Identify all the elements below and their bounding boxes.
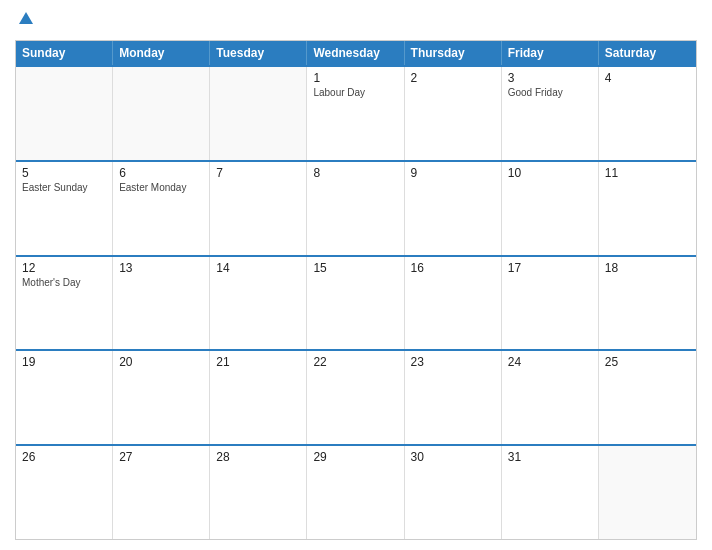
day-number: 6 xyxy=(119,166,203,180)
cal-cell: 27 xyxy=(113,446,210,539)
cal-week-5: 262728293031 xyxy=(16,444,696,539)
day-number: 15 xyxy=(313,261,397,275)
cal-cell xyxy=(210,67,307,160)
day-number: 4 xyxy=(605,71,690,85)
day-number: 10 xyxy=(508,166,592,180)
cal-cell: 12Mother's Day xyxy=(16,257,113,350)
day-number: 19 xyxy=(22,355,106,369)
cal-cell: 17 xyxy=(502,257,599,350)
day-number: 28 xyxy=(216,450,300,464)
cal-cell: 19 xyxy=(16,351,113,444)
day-number: 21 xyxy=(216,355,300,369)
cal-cell: 4 xyxy=(599,67,696,160)
cal-cell: 30 xyxy=(405,446,502,539)
cal-cell: 22 xyxy=(307,351,404,444)
cal-cell: 24 xyxy=(502,351,599,444)
cal-cell xyxy=(16,67,113,160)
day-number: 23 xyxy=(411,355,495,369)
day-number: 11 xyxy=(605,166,690,180)
cal-cell: 7 xyxy=(210,162,307,255)
cal-cell: 11 xyxy=(599,162,696,255)
cal-header-friday: Friday xyxy=(502,41,599,65)
day-number: 12 xyxy=(22,261,106,275)
day-event: Labour Day xyxy=(313,87,397,98)
day-number: 3 xyxy=(508,71,592,85)
cal-cell: 26 xyxy=(16,446,113,539)
cal-cell: 15 xyxy=(307,257,404,350)
day-number: 22 xyxy=(313,355,397,369)
day-number: 7 xyxy=(216,166,300,180)
cal-cell: 18 xyxy=(599,257,696,350)
day-number: 26 xyxy=(22,450,106,464)
cal-week-3: 12Mother's Day131415161718 xyxy=(16,255,696,350)
day-number: 24 xyxy=(508,355,592,369)
day-number: 27 xyxy=(119,450,203,464)
day-number: 1 xyxy=(313,71,397,85)
cal-cell xyxy=(599,446,696,539)
cal-cell: 21 xyxy=(210,351,307,444)
cal-cell: 10 xyxy=(502,162,599,255)
logo xyxy=(15,10,35,32)
cal-header-sunday: Sunday xyxy=(16,41,113,65)
day-number: 2 xyxy=(411,71,495,85)
day-event: Mother's Day xyxy=(22,277,106,288)
svg-marker-0 xyxy=(19,12,33,24)
day-number: 5 xyxy=(22,166,106,180)
cal-week-1: 1Labour Day23Good Friday4 xyxy=(16,65,696,160)
page: SundayMondayTuesdayWednesdayThursdayFrid… xyxy=(0,0,712,550)
cal-cell: 6Easter Monday xyxy=(113,162,210,255)
cal-cell: 16 xyxy=(405,257,502,350)
cal-header-wednesday: Wednesday xyxy=(307,41,404,65)
day-number: 9 xyxy=(411,166,495,180)
cal-cell: 14 xyxy=(210,257,307,350)
day-number: 17 xyxy=(508,261,592,275)
cal-header-saturday: Saturday xyxy=(599,41,696,65)
calendar: SundayMondayTuesdayWednesdayThursdayFrid… xyxy=(15,40,697,540)
day-number: 25 xyxy=(605,355,690,369)
cal-header-monday: Monday xyxy=(113,41,210,65)
cal-header-thursday: Thursday xyxy=(405,41,502,65)
day-number: 31 xyxy=(508,450,592,464)
cal-cell: 2 xyxy=(405,67,502,160)
day-number: 20 xyxy=(119,355,203,369)
calendar-header-row: SundayMondayTuesdayWednesdayThursdayFrid… xyxy=(16,41,696,65)
day-number: 29 xyxy=(313,450,397,464)
day-number: 8 xyxy=(313,166,397,180)
cal-cell: 1Labour Day xyxy=(307,67,404,160)
day-number: 13 xyxy=(119,261,203,275)
day-event: Easter Sunday xyxy=(22,182,106,193)
cal-week-4: 19202122232425 xyxy=(16,349,696,444)
logo-icon xyxy=(17,10,35,28)
cal-cell: 25 xyxy=(599,351,696,444)
cal-cell: 28 xyxy=(210,446,307,539)
day-number: 16 xyxy=(411,261,495,275)
cal-cell: 29 xyxy=(307,446,404,539)
cal-cell: 5Easter Sunday xyxy=(16,162,113,255)
cal-cell: 13 xyxy=(113,257,210,350)
cal-cell: 31 xyxy=(502,446,599,539)
calendar-body: 1Labour Day23Good Friday45Easter Sunday6… xyxy=(16,65,696,539)
cal-week-2: 5Easter Sunday6Easter Monday7891011 xyxy=(16,160,696,255)
cal-cell xyxy=(113,67,210,160)
cal-cell: 3Good Friday xyxy=(502,67,599,160)
header xyxy=(15,10,697,32)
day-event: Good Friday xyxy=(508,87,592,98)
day-number: 18 xyxy=(605,261,690,275)
day-number: 30 xyxy=(411,450,495,464)
day-event: Easter Monday xyxy=(119,182,203,193)
day-number: 14 xyxy=(216,261,300,275)
cal-cell: 20 xyxy=(113,351,210,444)
cal-cell: 23 xyxy=(405,351,502,444)
cal-cell: 8 xyxy=(307,162,404,255)
cal-header-tuesday: Tuesday xyxy=(210,41,307,65)
cal-cell: 9 xyxy=(405,162,502,255)
